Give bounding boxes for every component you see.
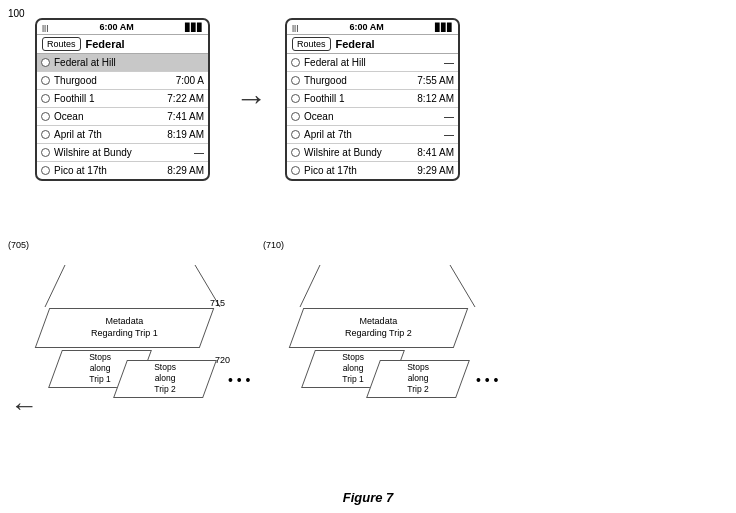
stop-circle-icon [41, 94, 50, 103]
left-stop-row-3[interactable]: Ocean 7:41 AM [37, 108, 208, 126]
stop-time: 8:41 AM [417, 147, 454, 158]
svg-line-3 [450, 265, 475, 307]
right-phone-navbar: Routes Federal [287, 35, 458, 54]
stop-circle-icon [291, 94, 300, 103]
stop-time: 7:00 A [176, 75, 204, 86]
left-stops-layer-2: StopsalongTrip 2 [120, 360, 210, 398]
left-stop-list: Federal at Hill 👆 Thurgood 7:00 A Foothi… [37, 54, 208, 179]
stop-time: 7:41 AM [167, 111, 204, 122]
stop-time: — [194, 147, 204, 158]
left-phone: ||| 6:00 AM ▊▊▊ Routes Federal Federal a… [35, 18, 210, 181]
stop-time: — [444, 129, 454, 140]
right-dots: • • • [476, 372, 498, 388]
left-phone-status-bar: ||| 6:00 AM ▊▊▊ [37, 20, 208, 35]
stop-time: 7:22 AM [167, 93, 204, 104]
right-phone-status-bar: ||| 6:00 AM ▊▊▊ [287, 20, 458, 35]
stop-name: Wilshire at Bundy [304, 147, 417, 158]
stop-name: April at 7th [54, 129, 167, 140]
right-stop-row-5[interactable]: Wilshire at Bundy 8:41 AM [287, 144, 458, 162]
left-battery-icon: ▊▊▊ [185, 23, 203, 32]
stop-name: Ocean [304, 111, 444, 122]
left-dots: • • • [228, 372, 250, 388]
stop-name: Pico at 17th [54, 165, 167, 176]
stop-name: Ocean [54, 111, 167, 122]
stop-name: Foothill 1 [304, 93, 417, 104]
left-signal-icon: ||| [42, 23, 48, 32]
left-stop-row-6[interactable]: Pico at 17th 8:29 AM [37, 162, 208, 179]
svg-line-0 [45, 265, 65, 307]
stop-name: April at 7th [304, 129, 444, 140]
stop-circle-icon [41, 130, 50, 139]
label-720: 720 [215, 355, 230, 365]
left-stop-row-0[interactable]: Federal at Hill 👆 [37, 54, 208, 72]
right-phone: ||| 6:00 AM ▊▊▊ Routes Federal Federal a… [285, 18, 460, 181]
right-battery-icon: ▊▊▊ [435, 23, 453, 32]
right-stops-label-2: StopsalongTrip 2 [407, 362, 429, 395]
stop-name: Thurgood [304, 75, 417, 86]
stop-circle-icon [41, 148, 50, 157]
left-stop-row-5[interactable]: Wilshire at Bundy — [37, 144, 208, 162]
stop-circle-icon [291, 166, 300, 175]
stop-circle-icon [291, 130, 300, 139]
left-phone-ref-label: (705) [8, 240, 29, 250]
svg-line-2 [300, 265, 320, 307]
right-stop-row-2[interactable]: Foothill 1 8:12 AM [287, 90, 458, 108]
right-stop-row-1[interactable]: Thurgood 7:55 AM [287, 72, 458, 90]
left-connector-lines [35, 265, 235, 310]
stop-name: Federal at Hill [54, 57, 204, 68]
stop-name: Pico at 17th [304, 165, 417, 176]
right-stop-row-3[interactable]: Ocean — [287, 108, 458, 126]
left-stop-row-2[interactable]: Foothill 1 7:22 AM [37, 90, 208, 108]
right-metadata-label: MetadataRegarding Trip 2 [345, 316, 412, 339]
label-715: 715 [210, 298, 225, 308]
right-stop-row-0[interactable]: Federal at Hill — [287, 54, 458, 72]
right-signal-icon: ||| [292, 23, 298, 32]
left-time: 6:00 AM [100, 22, 134, 32]
stop-name: Federal at Hill [304, 57, 444, 68]
right-time: 6:00 AM [350, 22, 384, 32]
stop-name: Wilshire at Bundy [54, 147, 194, 158]
stop-time: 8:12 AM [417, 93, 454, 104]
stop-time: 8:29 AM [167, 165, 204, 176]
stop-circle-icon [291, 58, 300, 67]
right-routes-button[interactable]: Routes [292, 37, 331, 51]
tap-icon: 👆 [208, 56, 210, 78]
right-connector-lines [290, 265, 490, 310]
left-stop-row-1[interactable]: Thurgood 7:00 A [37, 72, 208, 90]
right-stop-list: Federal at Hill — Thurgood 7:55 AM Footh… [287, 54, 458, 179]
stop-time: 8:19 AM [167, 129, 204, 140]
stop-name: Foothill 1 [54, 93, 167, 104]
right-stop-row-6[interactable]: Pico at 17th 9:29 AM [287, 162, 458, 179]
left-metadata-label: MetadataRegarding Trip 1 [91, 316, 158, 339]
figure-caption: Figure 7 [0, 490, 736, 505]
right-stops-label-1: StopsalongTrip 1 [342, 352, 364, 385]
stop-time: 7:55 AM [417, 75, 454, 86]
stop-time: — [444, 57, 454, 68]
left-stop-row-4[interactable]: April at 7th 8:19 AM [37, 126, 208, 144]
stop-circle-icon [291, 112, 300, 121]
left-routes-button[interactable]: Routes [42, 37, 81, 51]
stop-circle-icon [41, 58, 50, 67]
left-arrow-icon: ← [10, 390, 38, 422]
left-stops-label-1: StopsalongTrip 1 [89, 352, 111, 385]
right-nav-title: Federal [336, 38, 375, 50]
right-stops-layer-2: StopsalongTrip 2 [373, 360, 463, 398]
right-phone-ref-label: (710) [263, 240, 284, 250]
right-metadata-layer: MetadataRegarding Trip 2 [296, 308, 461, 348]
stop-time: — [444, 111, 454, 122]
left-metadata-layer: MetadataRegarding Trip 1 [42, 308, 207, 348]
transition-arrow: → [235, 80, 267, 117]
left-nav-title: Federal [86, 38, 125, 50]
left-phone-navbar: Routes Federal [37, 35, 208, 54]
stop-name: Thurgood [54, 75, 176, 86]
stop-circle-icon [41, 76, 50, 85]
stop-circle-icon [41, 112, 50, 121]
stop-time: 9:29 AM [417, 165, 454, 176]
left-stops-label-2: StopsalongTrip 2 [154, 362, 176, 395]
stop-circle-icon [291, 76, 300, 85]
stop-circle-icon [291, 148, 300, 157]
right-stop-row-4[interactable]: April at 7th — [287, 126, 458, 144]
top-label: 100 [8, 8, 25, 19]
stop-circle-icon [41, 166, 50, 175]
